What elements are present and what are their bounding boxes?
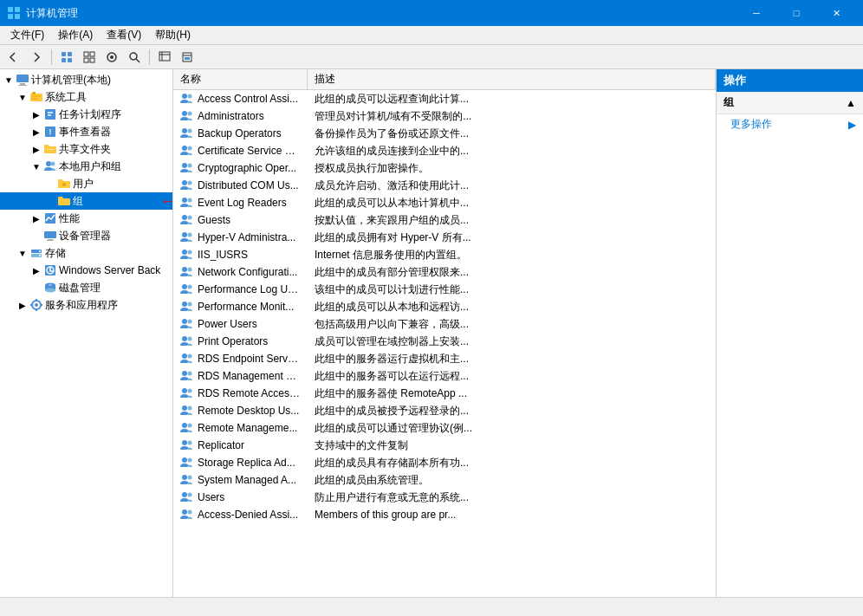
svg-point-92 — [182, 388, 187, 393]
list-item[interactable]: Storage Replica Ad...此组的成员具有存储副本所有功... — [173, 454, 716, 471]
svg-point-62 — [182, 128, 187, 133]
event-icon: ! — [43, 125, 57, 139]
tree-arrow-task[interactable]: ▶ — [29, 107, 43, 121]
view-button[interactable] — [101, 48, 122, 67]
svg-point-64 — [182, 146, 187, 151]
list-item[interactable]: Remote Desktop Us...此组中的成员被授予远程登录的... — [173, 402, 716, 419]
tree-arrow-wsb[interactable]: ▶ — [29, 263, 43, 277]
list-item[interactable]: Access-Denied Assi...Members of this gro… — [173, 506, 716, 523]
menu-action[interactable]: 操作(A) — [51, 26, 100, 44]
menu-file[interactable]: 文件(F) — [3, 26, 51, 44]
tree-item-event[interactable]: ▶ ! 事件查看器 — [0, 123, 172, 140]
list-cell-desc: 包括高级用户以向下兼容，高级... — [308, 316, 716, 333]
grid-button[interactable] — [79, 48, 100, 67]
list-item[interactable]: Guests按默认值，来宾跟用户组的成员... — [173, 211, 716, 229]
list-item[interactable]: Cryptographic Oper...授权成员执行加密操作。 — [173, 159, 716, 177]
svg-point-76 — [182, 250, 187, 255]
tree-arrow-computer[interactable]: ▼ — [2, 73, 16, 87]
list-item[interactable]: Performance Log Us...该组中的成员可以计划进行性能... — [173, 281, 716, 298]
tree-item-storage[interactable]: ▼ 存储 — [0, 244, 172, 262]
actions-collapse-icon[interactable]: ▲ — [846, 97, 856, 109]
svg-point-77 — [188, 250, 192, 255]
svg-point-87 — [188, 337, 192, 341]
list-cell-name: Users — [173, 490, 308, 505]
tree-label-disk: 磁盘管理 — [59, 281, 101, 295]
list-item[interactable]: Distributed COM Us...成员允许启动、激活和使用此计... — [173, 177, 716, 194]
back-button[interactable] — [3, 48, 24, 67]
up-button[interactable] — [56, 48, 77, 67]
svg-point-51 — [49, 284, 52, 286]
forward-button[interactable] — [26, 48, 47, 67]
tree-arrow-services[interactable]: ▶ — [16, 298, 29, 312]
tree-item-services[interactable]: ▶ 服务和应用程序 — [0, 296, 172, 314]
svg-rect-9 — [90, 52, 94, 56]
tree-arrow-storage[interactable]: ▼ — [16, 246, 29, 260]
list-item[interactable]: Certificate Service D...允许该组的成员连接到企业中的..… — [173, 142, 716, 159]
list-cell-name-text: Access-Denied Assi... — [198, 509, 298, 521]
col-header-name[interactable]: 名称 — [173, 69, 308, 89]
col-header-desc[interactable]: 描述 — [308, 69, 716, 89]
tree-label-users: 用户 — [73, 177, 94, 191]
tree-item-shared[interactable]: ▶ 共享文件夹 — [0, 140, 172, 158]
svg-line-15 — [136, 59, 140, 62]
list-cell-name: Remote Desktop Us... — [173, 403, 308, 418]
svg-point-67 — [188, 164, 192, 168]
list-item[interactable]: IIS_IUSRSInternet 信息服务使用的内置组。 — [173, 246, 716, 263]
tree-item-performance[interactable]: ▶ 性能 — [0, 210, 172, 227]
actions-more-operations[interactable]: 更多操作 ▶ — [717, 114, 863, 134]
list-item[interactable]: Hyper-V Administra...此组的成员拥有对 Hyper-V 所有… — [173, 229, 716, 246]
svg-point-105 — [188, 493, 192, 497]
list-item[interactable]: RDS Management S...此组中的服务器可以在运行远程... — [173, 367, 716, 385]
list-item[interactable]: Users防止用户进行有意或无意的系统... — [173, 489, 716, 506]
tree-arrow-performance[interactable]: ▶ — [29, 211, 43, 225]
svg-point-53 — [35, 303, 38, 307]
list-item[interactable]: Performance Monit...此组的成员可以从本地和远程访... — [173, 298, 716, 315]
tree-item-device-manager[interactable]: ▶ 设备管理器 — [0, 227, 172, 244]
properties-button[interactable] — [177, 48, 198, 67]
svg-point-71 — [188, 198, 192, 203]
list-item[interactable]: Event Log Readers此组的成员可以从本地计算机中... — [173, 194, 716, 211]
svg-rect-24 — [18, 85, 27, 86]
tree-item-wsb[interactable]: ▶ Windows Server Back — [0, 262, 172, 279]
tree-item-computer[interactable]: ▼ 计算机管理(本地) — [0, 71, 172, 88]
svg-rect-2 — [8, 14, 13, 19]
menu-view[interactable]: 查看(V) — [100, 26, 148, 44]
minimize-button[interactable]: ─ — [736, 0, 776, 26]
list-item[interactable]: System Managed A...此组的成员由系统管理。 — [173, 471, 716, 489]
svg-point-104 — [182, 492, 187, 497]
tree-item-groups[interactable]: ▶ 组 ← — [0, 192, 172, 210]
tree-item-local-users[interactable]: ▼ 本地用户和组 — [0, 158, 172, 175]
tree-item-users[interactable]: ▶ 用户 — [0, 175, 172, 192]
search-button[interactable] — [124, 48, 145, 67]
group-item-icon — [180, 92, 194, 106]
tree-item-task[interactable]: ▶ 任务计划程序 — [0, 106, 172, 123]
list-item[interactable]: Access Control Assi...此组的成员可以远程查询此计算... — [173, 90, 716, 107]
maximize-button[interactable]: □ — [776, 0, 816, 26]
tree-label-task: 任务计划程序 — [59, 107, 121, 122]
tree-arrow-event[interactable]: ▶ — [29, 125, 43, 139]
list-cell-name: Event Log Readers — [173, 195, 308, 211]
svg-rect-1 — [15, 7, 20, 12]
list-item[interactable]: Power Users包括高级用户以向下兼容，高级... — [173, 315, 716, 333]
tree-arrow-shared[interactable]: ▶ — [29, 142, 43, 156]
tree-item-disk[interactable]: ▶ 磁盘管理 — [0, 279, 172, 296]
group-folder-icon — [57, 194, 71, 208]
tree-item-system-tools[interactable]: ▼ 系统工具 — [0, 88, 172, 106]
list-cell-name-text: Cryptographic Oper... — [198, 162, 296, 174]
list-item[interactable]: RDS Endpoint Serve...此组中的服务器运行虚拟机和主... — [173, 350, 716, 367]
list-item[interactable]: Network Configurati...此组中的成员有部分管理权限来... — [173, 263, 716, 281]
list-item[interactable]: RDS Remote Access...此组中的服务器使 RemoteApp .… — [173, 385, 716, 402]
close-button[interactable]: ✕ — [816, 0, 856, 26]
list-item[interactable]: Remote Manageme...此组的成员可以通过管理协议(例... — [173, 419, 716, 437]
tree-arrow-system-tools[interactable]: ▼ — [16, 90, 29, 104]
export-button[interactable] — [154, 48, 175, 67]
list-item[interactable]: Administrators管理员对计算机/域有不受限制的... — [173, 107, 716, 125]
list-item[interactable]: Print Operators成员可以管理在域控制器上安装... — [173, 333, 716, 350]
list-cell-name: Guests — [173, 212, 308, 228]
list-item[interactable]: Replicator支持域中的文件复制 — [173, 437, 716, 454]
list-item[interactable]: Backup Operators备份操作员为了备份或还原文件... — [173, 125, 716, 142]
list-cell-desc: 此组的成员具有存储副本所有功... — [308, 455, 716, 471]
tree-arrow-local-users[interactable]: ▼ — [29, 159, 43, 173]
backup-icon — [43, 263, 57, 277]
menu-help[interactable]: 帮助(H) — [148, 26, 198, 44]
